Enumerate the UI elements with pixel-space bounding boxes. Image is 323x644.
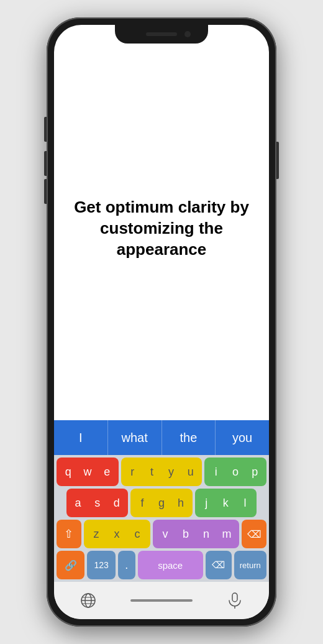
key-backspace[interactable]: ⌫ <box>206 551 232 579</box>
main-text-area: Get optimum clarity by customizing the a… <box>54 25 269 420</box>
key-return[interactable]: return <box>234 551 266 579</box>
key-a[interactable]: a <box>69 489 87 517</box>
key-r[interactable]: r <box>124 458 142 486</box>
key-z[interactable]: z <box>86 520 107 548</box>
key-group-asd: a s d <box>66 489 128 517</box>
key-q[interactable]: q <box>59 458 77 486</box>
keyboard-row4: 🔗 123 . space ⌫ <box>57 551 266 579</box>
key-v[interactable]: v <box>155 520 176 548</box>
svg-rect-5 <box>232 593 237 602</box>
key-c[interactable]: c <box>127 520 148 548</box>
key-shift[interactable]: ⇧ <box>57 520 81 548</box>
key-i[interactable]: i <box>207 458 225 486</box>
emoji-icon: 🔗 <box>65 559 77 571</box>
key-j[interactable]: j <box>198 489 216 517</box>
bottom-bar <box>54 582 269 619</box>
phone-screen: Get optimum clarity by customizing the a… <box>54 25 269 619</box>
key-group-vbnm: v b n m <box>153 520 240 548</box>
key-delete[interactable]: ⌫ <box>242 520 266 548</box>
delete-icon: ⌫ <box>247 528 262 540</box>
key-group-iop: i o p <box>204 458 266 486</box>
keyboard-row3: ⇧ z x c v b n m <box>57 520 266 548</box>
headline: Get optimum clarity by customizing the a… <box>73 197 250 260</box>
suggestion-what[interactable]: what <box>108 420 162 455</box>
notch-speaker <box>146 32 177 36</box>
home-indicator <box>130 599 193 602</box>
key-s[interactable]: s <box>88 489 106 517</box>
key-g[interactable]: g <box>152 489 170 517</box>
numbers-label: 123 <box>94 560 108 570</box>
key-group-qwe: q w e <box>57 458 119 486</box>
suggestion-the[interactable]: the <box>162 420 216 455</box>
key-k[interactable]: k <box>217 489 235 517</box>
key-o[interactable]: o <box>226 458 244 486</box>
key-d[interactable]: d <box>107 489 125 517</box>
key-numbers[interactable]: 123 <box>87 551 115 579</box>
backspace-icon: ⌫ <box>212 559 225 571</box>
keyboard-area: q w e r t y u i o p <box>54 455 269 582</box>
key-e[interactable]: e <box>98 458 116 486</box>
screen-content: Get optimum clarity by customizing the a… <box>54 25 269 619</box>
key-y[interactable]: y <box>162 458 180 486</box>
key-h[interactable]: h <box>172 489 190 517</box>
key-n[interactable]: n <box>196 520 216 548</box>
notch <box>115 25 208 44</box>
key-w[interactable]: w <box>78 458 96 486</box>
key-u[interactable]: u <box>181 458 199 486</box>
key-group-fgh: f g h <box>130 489 192 517</box>
key-b[interactable]: b <box>176 520 196 548</box>
phone-wrapper: Get optimum clarity by customizing the a… <box>47 17 276 627</box>
mic-button[interactable] <box>225 591 244 610</box>
key-group-zxc: z x c <box>84 520 150 548</box>
key-l[interactable]: l <box>236 489 254 517</box>
key-m[interactable]: m <box>216 520 237 548</box>
shift-icon: ⇧ <box>64 527 73 541</box>
key-dot[interactable]: . <box>118 551 135 579</box>
key-emoji[interactable]: 🔗 <box>57 551 84 579</box>
key-t[interactable]: t <box>143 458 161 486</box>
globe-button[interactable] <box>79 591 98 610</box>
keyboard-rows: q w e r t y u i o p <box>57 458 266 582</box>
key-group-jkl: j k l <box>195 489 257 517</box>
notch-camera <box>184 31 191 37</box>
key-group-rtyu: r t y u <box>121 458 202 486</box>
keyboard-row2: a s d f g h j k l <box>57 489 266 517</box>
key-space[interactable]: space <box>138 551 203 579</box>
key-p[interactable]: p <box>246 458 264 486</box>
suggestion-bar: I what the you <box>54 420 269 455</box>
keyboard-row1: q w e r t y u i o p <box>57 458 266 486</box>
suggestion-you[interactable]: you <box>216 420 269 455</box>
key-f[interactable]: f <box>133 489 151 517</box>
suggestion-I[interactable]: I <box>54 420 108 455</box>
key-x[interactable]: x <box>107 520 127 548</box>
